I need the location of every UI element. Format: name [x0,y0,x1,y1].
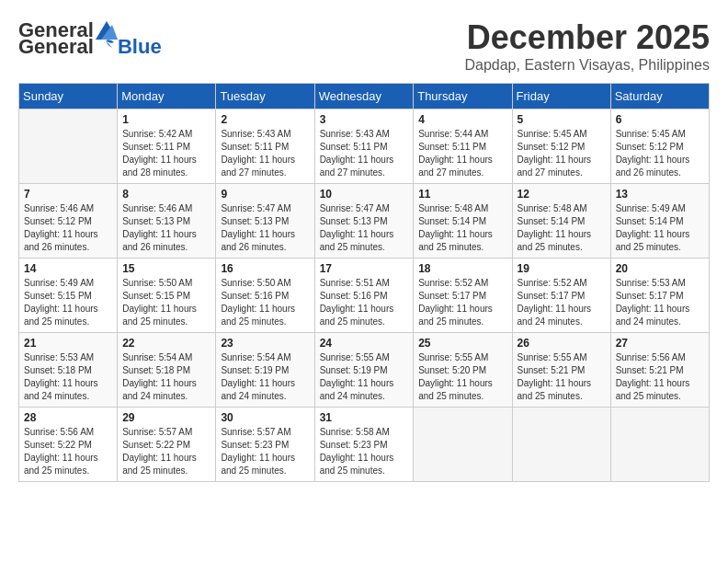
table-row: 24 Sunrise: 5:55 AMSunset: 5:19 PMDaylig… [314,333,414,408]
day-number: 13 [616,188,704,201]
header: General General Blue December 2025 Dapda… [18,18,710,74]
logo-blue-text: Blue [118,35,162,59]
table-row: 16 Sunrise: 5:50 AMSunset: 5:16 PMDaylig… [216,259,314,333]
calendar-week-row: 7 Sunrise: 5:46 AMSunset: 5:12 PMDayligh… [19,184,710,259]
day-number: 10 [320,188,409,201]
table-row: 9 Sunrise: 5:47 AMSunset: 5:13 PMDayligh… [216,184,314,259]
day-number: 19 [518,262,606,275]
table-row: 2 Sunrise: 5:43 AMSunset: 5:11 PMDayligh… [216,109,314,184]
table-row [610,408,709,482]
day-info: Sunrise: 5:43 AMSunset: 5:11 PMDaylight:… [221,128,309,179]
day-info: Sunrise: 5:52 AMSunset: 5:17 PMDaylight:… [418,277,506,328]
day-number: 14 [24,262,112,275]
day-info: Sunrise: 5:55 AMSunset: 5:21 PMDaylight:… [518,351,606,403]
day-info: Sunrise: 5:55 AMSunset: 5:19 PMDaylight:… [320,351,409,403]
day-number: 25 [418,337,506,350]
table-row: 27 Sunrise: 5:56 AMSunset: 5:21 PMDaylig… [610,333,709,408]
day-info: Sunrise: 5:50 AMSunset: 5:15 PMDaylight:… [122,277,210,328]
table-row: 5 Sunrise: 5:45 AMSunset: 5:12 PMDayligh… [512,109,610,184]
table-row: 13 Sunrise: 5:49 AMSunset: 5:14 PMDaylig… [610,184,709,259]
day-info: Sunrise: 5:47 AMSunset: 5:13 PMDaylight:… [320,202,409,254]
table-row: 7 Sunrise: 5:46 AMSunset: 5:12 PMDayligh… [19,184,118,259]
day-number: 30 [221,411,309,424]
month-year-title: December 2025 [464,18,710,57]
table-row: 31 Sunrise: 5:58 AMSunset: 5:23 PMDaylig… [314,408,414,482]
day-number: 15 [122,262,210,275]
table-row: 8 Sunrise: 5:46 AMSunset: 5:13 PMDayligh… [118,184,216,259]
calendar-header-row: Sunday Monday Tuesday Wednesday Thursday… [19,84,710,109]
table-row: 19 Sunrise: 5:52 AMSunset: 5:17 PMDaylig… [512,259,610,333]
day-info: Sunrise: 5:45 AMSunset: 5:12 PMDaylight:… [616,128,704,179]
col-wednesday: Wednesday [314,84,414,109]
day-info: Sunrise: 5:49 AMSunset: 5:14 PMDaylight:… [616,202,704,254]
day-info: Sunrise: 5:56 AMSunset: 5:22 PMDaylight:… [24,426,112,477]
day-number: 16 [221,262,309,275]
day-number: 6 [616,113,704,126]
day-number: 11 [418,188,506,201]
day-number: 23 [221,337,309,350]
day-number: 18 [418,262,506,275]
day-info: Sunrise: 5:44 AMSunset: 5:11 PMDaylight:… [418,128,506,179]
logo: General General Blue [18,18,162,59]
day-number: 31 [320,411,409,424]
calendar-week-row: 1 Sunrise: 5:42 AMSunset: 5:11 PMDayligh… [19,109,710,184]
day-number: 24 [320,337,409,350]
calendar-week-row: 14 Sunrise: 5:49 AMSunset: 5:15 PMDaylig… [19,259,710,333]
day-number: 22 [122,337,210,350]
day-info: Sunrise: 5:57 AMSunset: 5:22 PMDaylight:… [122,426,210,477]
table-row: 11 Sunrise: 5:48 AMSunset: 5:14 PMDaylig… [414,184,512,259]
table-row: 23 Sunrise: 5:54 AMSunset: 5:19 PMDaylig… [216,333,314,408]
calendar-table: Sunday Monday Tuesday Wednesday Thursday… [18,83,710,482]
day-info: Sunrise: 5:57 AMSunset: 5:23 PMDaylight:… [221,426,309,477]
table-row: 4 Sunrise: 5:44 AMSunset: 5:11 PMDayligh… [414,109,512,184]
day-info: Sunrise: 5:55 AMSunset: 5:20 PMDaylight:… [418,351,506,403]
day-number: 9 [221,188,309,201]
day-number: 2 [221,113,309,126]
title-area: December 2025 Dapdap, Eastern Visayas, P… [464,18,710,74]
table-row [512,408,610,482]
table-row [414,408,512,482]
table-row: 3 Sunrise: 5:43 AMSunset: 5:11 PMDayligh… [314,109,414,184]
day-info: Sunrise: 5:46 AMSunset: 5:12 PMDaylight:… [24,202,112,254]
day-info: Sunrise: 5:43 AMSunset: 5:11 PMDaylight:… [320,128,409,179]
day-info: Sunrise: 5:45 AMSunset: 5:12 PMDaylight:… [518,128,606,179]
table-row: 29 Sunrise: 5:57 AMSunset: 5:22 PMDaylig… [118,408,216,482]
col-sunday: Sunday [19,84,118,109]
day-info: Sunrise: 5:47 AMSunset: 5:13 PMDaylight:… [221,202,309,254]
day-number: 17 [320,262,409,275]
day-info: Sunrise: 5:42 AMSunset: 5:11 PMDaylight:… [122,128,210,179]
table-row: 20 Sunrise: 5:53 AMSunset: 5:17 PMDaylig… [610,259,709,333]
table-row: 26 Sunrise: 5:55 AMSunset: 5:21 PMDaylig… [512,333,610,408]
day-info: Sunrise: 5:54 AMSunset: 5:18 PMDaylight:… [122,351,210,403]
table-row: 30 Sunrise: 5:57 AMSunset: 5:23 PMDaylig… [216,408,314,482]
col-monday: Monday [118,84,216,109]
day-info: Sunrise: 5:46 AMSunset: 5:13 PMDaylight:… [122,202,210,254]
table-row: 18 Sunrise: 5:52 AMSunset: 5:17 PMDaylig… [414,259,512,333]
table-row: 14 Sunrise: 5:49 AMSunset: 5:15 PMDaylig… [19,259,118,333]
day-number: 12 [518,188,606,201]
table-row: 22 Sunrise: 5:54 AMSunset: 5:18 PMDaylig… [118,333,216,408]
day-info: Sunrise: 5:48 AMSunset: 5:14 PMDaylight:… [518,202,606,254]
table-row: 6 Sunrise: 5:45 AMSunset: 5:12 PMDayligh… [610,109,709,184]
day-info: Sunrise: 5:51 AMSunset: 5:16 PMDaylight:… [320,277,409,328]
day-number: 20 [616,262,704,275]
calendar-week-row: 28 Sunrise: 5:56 AMSunset: 5:22 PMDaylig… [19,408,710,482]
day-number: 4 [418,113,506,126]
calendar-week-row: 21 Sunrise: 5:53 AMSunset: 5:18 PMDaylig… [19,333,710,408]
table-row: 21 Sunrise: 5:53 AMSunset: 5:18 PMDaylig… [19,333,118,408]
day-number: 26 [518,337,606,350]
table-row: 12 Sunrise: 5:48 AMSunset: 5:14 PMDaylig… [512,184,610,259]
day-info: Sunrise: 5:49 AMSunset: 5:15 PMDaylight:… [24,277,112,328]
day-info: Sunrise: 5:53 AMSunset: 5:17 PMDaylight:… [616,277,704,328]
col-tuesday: Tuesday [216,84,314,109]
day-number: 29 [122,411,210,424]
day-number: 3 [320,113,409,126]
day-number: 28 [24,411,112,424]
day-number: 5 [518,113,606,126]
day-info: Sunrise: 5:52 AMSunset: 5:17 PMDaylight:… [518,277,606,328]
logo-bird-icon [96,39,116,55]
table-row: 17 Sunrise: 5:51 AMSunset: 5:16 PMDaylig… [314,259,414,333]
table-row: 25 Sunrise: 5:55 AMSunset: 5:20 PMDaylig… [414,333,512,408]
table-row: 15 Sunrise: 5:50 AMSunset: 5:15 PMDaylig… [118,259,216,333]
col-saturday: Saturday [610,84,709,109]
